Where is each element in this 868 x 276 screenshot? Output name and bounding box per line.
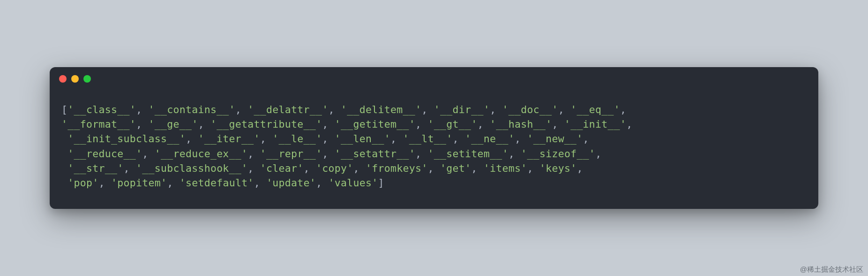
code-token-str: '__lt__' bbox=[403, 133, 453, 145]
code-token-comma: , bbox=[136, 104, 149, 115]
code-token-str: '__str__' bbox=[67, 162, 123, 174]
code-token-comma: , bbox=[527, 162, 539, 174]
code-token-comma: , bbox=[583, 133, 596, 145]
code-token-comma: , bbox=[558, 104, 571, 115]
code-token-comma: , bbox=[316, 177, 329, 189]
code-token-str: '__gt__' bbox=[427, 118, 477, 130]
code-token-comma: , bbox=[304, 162, 316, 174]
watermark: @稀土掘金技术社区 bbox=[800, 265, 863, 274]
code-line: '__str__', '__subclasshook__', 'clear', … bbox=[61, 161, 807, 176]
code-token-str: '__ge__' bbox=[148, 118, 198, 130]
code-token-str: '__setattr__' bbox=[335, 148, 415, 160]
code-token-comma: , bbox=[626, 118, 639, 130]
code-token-str: '__format__' bbox=[61, 118, 136, 130]
code-token-str: '__ne__' bbox=[465, 133, 515, 145]
code-token-str: '__repr__' bbox=[260, 148, 322, 160]
code-token-bracket: [ bbox=[61, 104, 67, 115]
code-token-comma: , bbox=[576, 162, 589, 174]
code-token-str: 'keys' bbox=[539, 162, 576, 174]
code-token-str: '__hash__' bbox=[490, 118, 552, 130]
code-line: '__init_subclass__', '__iter__', '__le__… bbox=[61, 131, 807, 146]
code-token-comma: , bbox=[620, 104, 633, 115]
code-token-comma: , bbox=[415, 118, 428, 130]
code-token-comma: , bbox=[123, 162, 136, 174]
code-token-str: 'pop' bbox=[67, 177, 98, 189]
code-token-str: '__setitem__' bbox=[428, 148, 509, 160]
code-token-str: '__new__' bbox=[527, 133, 583, 145]
code-token-comma: , bbox=[428, 162, 441, 174]
code-token-comma: , bbox=[471, 162, 484, 174]
code-token-comma bbox=[61, 133, 67, 145]
code-token-str: '__eq__' bbox=[570, 104, 620, 115]
code-token-comma: , bbox=[509, 148, 521, 160]
minimize-icon[interactable] bbox=[71, 75, 79, 83]
code-token-str: '__le__' bbox=[272, 133, 322, 145]
code-token-comma: , bbox=[136, 118, 149, 130]
code-token-comma: , bbox=[477, 118, 490, 130]
code-token-str: '__doc__' bbox=[502, 104, 558, 115]
code-token-str: '__sizeof__' bbox=[521, 148, 595, 160]
code-token-str: 'popitem' bbox=[111, 177, 167, 189]
code-token-comma: , bbox=[247, 148, 260, 160]
code-token-str: '__dir__' bbox=[434, 104, 490, 115]
code-token-str: '__class__' bbox=[67, 104, 136, 115]
code-token-comma: , bbox=[98, 177, 111, 189]
code-token-str: '__len__' bbox=[335, 133, 390, 145]
code-token-str: 'fromkeys' bbox=[366, 162, 427, 174]
code-token-comma: , bbox=[235, 104, 248, 115]
code-token-str: 'copy' bbox=[316, 162, 353, 174]
code-token-comma bbox=[61, 162, 67, 174]
code-token-comma: , bbox=[260, 133, 273, 145]
close-icon[interactable] bbox=[59, 75, 67, 83]
code-token-comma: , bbox=[595, 148, 608, 160]
code-line: '__reduce__', '__reduce_ex__', '__repr__… bbox=[61, 146, 807, 161]
code-token-str: 'items' bbox=[484, 162, 527, 174]
code-token-comma: , bbox=[390, 133, 403, 145]
code-token-comma: , bbox=[490, 104, 502, 115]
code-token-str: 'values' bbox=[329, 177, 378, 189]
code-token-str: '__subclasshook__' bbox=[136, 162, 247, 174]
code-token-comma bbox=[61, 177, 67, 189]
code-token-str: '__init__' bbox=[564, 118, 626, 130]
code-line: 'pop', 'popitem', 'setdefault', 'update'… bbox=[61, 176, 807, 190]
code-token-comma: , bbox=[421, 104, 434, 115]
code-token-str: 'setdefault' bbox=[180, 177, 254, 189]
code-token-comma: , bbox=[198, 118, 210, 130]
code-token-comma: , bbox=[353, 162, 366, 174]
code-token-comma: , bbox=[515, 133, 527, 145]
code-token-str: '__iter__' bbox=[198, 133, 260, 145]
code-token-str: '__reduce__' bbox=[67, 148, 142, 160]
code-token-str: '__reduce_ex__' bbox=[155, 148, 248, 160]
code-token-comma: , bbox=[142, 148, 155, 160]
code-token-comma: , bbox=[186, 133, 198, 145]
terminal-window: ['__class__', '__contains__', '__delattr… bbox=[50, 67, 818, 209]
code-token-comma: , bbox=[415, 148, 428, 160]
code-area: ['__class__', '__contains__', '__delattr… bbox=[50, 91, 818, 209]
code-token-str: '__getitem__' bbox=[335, 118, 415, 130]
code-token-str: 'clear' bbox=[260, 162, 304, 174]
code-token-comma bbox=[61, 148, 67, 160]
code-token-comma: , bbox=[322, 118, 335, 130]
title-bar bbox=[50, 67, 818, 91]
code-token-comma: , bbox=[322, 148, 335, 160]
code-token-comma: , bbox=[552, 118, 564, 130]
code-token-bracket: ] bbox=[378, 177, 384, 189]
code-token-comma: , bbox=[452, 133, 465, 145]
code-line: ['__class__', '__contains__', '__delattr… bbox=[61, 102, 807, 117]
code-token-str: '__init_subclass__' bbox=[67, 133, 186, 145]
code-token-str: 'update' bbox=[266, 177, 316, 189]
code-token-comma: , bbox=[247, 162, 260, 174]
maximize-icon[interactable] bbox=[83, 75, 91, 83]
code-token-str: '__contains__' bbox=[148, 104, 235, 115]
code-token-str: '__delitem__' bbox=[341, 104, 421, 115]
code-token-comma: , bbox=[329, 104, 341, 115]
code-token-comma: , bbox=[167, 177, 180, 189]
code-token-comma: , bbox=[322, 133, 335, 145]
code-token-str: '__delattr__' bbox=[247, 104, 328, 115]
code-token-comma: , bbox=[254, 177, 267, 189]
code-token-str: '__getattribute__' bbox=[210, 118, 322, 130]
code-line: '__format__', '__ge__', '__getattribute_… bbox=[61, 117, 807, 131]
code-token-str: 'get' bbox=[440, 162, 471, 174]
